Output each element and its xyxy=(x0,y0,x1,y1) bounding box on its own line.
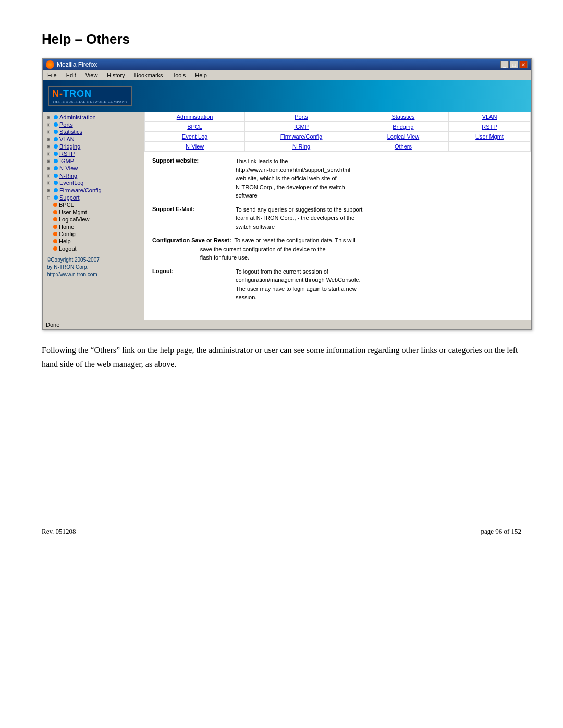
status-text: Done xyxy=(46,322,59,328)
nav-link-logicalview[interactable]: Logical View xyxy=(387,133,420,140)
nav-link-firmware[interactable]: Firmware/Config xyxy=(280,133,323,140)
help-desc-config: Configuration Save or Reset: To save or … xyxy=(152,236,523,262)
menu-view[interactable]: View xyxy=(84,71,100,79)
dot-icon-orange xyxy=(53,217,57,221)
dot-icon xyxy=(54,137,58,141)
sidebar-item-bridging[interactable]: ⊞ Bridging xyxy=(43,143,144,150)
nav-link-rstp[interactable]: RSTP xyxy=(482,124,497,130)
help-row-logout: Logout: To logout from the current sessi… xyxy=(152,267,523,302)
page-footer: Rev. 051208 page 96 of 152 xyxy=(42,527,521,536)
nav-link-nview[interactable]: N-View xyxy=(186,143,204,150)
menu-tools[interactable]: Tools xyxy=(171,71,188,79)
browser-window: Mozilla Firefox _ □ ✕ File Edit View His… xyxy=(42,58,532,330)
sidebar-item-usermgmt[interactable]: User Mgmt xyxy=(43,208,144,216)
sidebar-item-bpcl[interactable]: BPCL xyxy=(43,201,144,208)
sidebar-item-firmware[interactable]: ⊞ Firmware/Config xyxy=(43,187,144,194)
sidebar-item-rstp[interactable]: ⊞ RSTP xyxy=(43,150,144,157)
nav-link-bridging[interactable]: Bridging xyxy=(393,124,413,130)
sidebar-item-vlan[interactable]: ⊞ VLAN xyxy=(43,135,144,143)
nav-link-igmp[interactable]: IGMP xyxy=(294,124,309,130)
dot-icon-orange xyxy=(53,246,57,251)
ntron-header: N-TRON THE INDUSTRIAL NETWORK COMPANY xyxy=(43,80,531,112)
titlebar-left: Mozilla Firefox xyxy=(46,60,97,69)
dot-icon-orange xyxy=(53,232,57,236)
expand-icon: ⊞ xyxy=(47,181,52,186)
sidebar-item-statistics[interactable]: ⊞ Statistics xyxy=(43,128,144,135)
expand-icon: ⊞ xyxy=(47,115,52,120)
help-row-config: Configuration Save or Reset: To save or … xyxy=(152,236,523,262)
maximize-button[interactable]: □ xyxy=(510,61,518,68)
ntron-tagline: THE INDUSTRIAL NETWORK COMPANY xyxy=(52,100,128,104)
sidebar-label-bpcl: BPCL xyxy=(59,202,74,208)
dot-icon xyxy=(54,159,58,163)
nav-link-ports[interactable]: Ports xyxy=(295,114,308,120)
help-desc-support-website: This link leads to the http://www.n-tron… xyxy=(236,157,523,200)
sidebar-label-bridging: Bridging xyxy=(59,143,80,150)
browser-controls: _ □ ✕ xyxy=(500,61,528,68)
nav-links-table: Administration Ports Statistics VLAN BPC… xyxy=(144,112,531,152)
sidebar-copyright: ©Copyright 2005-2007by N-TRON Corp.http:… xyxy=(43,252,144,280)
sidebar-label-logicalview: LogicalView xyxy=(59,216,90,223)
menu-edit[interactable]: Edit xyxy=(65,71,78,79)
close-button[interactable]: ✕ xyxy=(519,61,528,68)
expand-icon: ⊞ xyxy=(47,159,52,164)
nav-link-others[interactable]: Others xyxy=(395,143,412,150)
menu-file[interactable]: File xyxy=(46,71,58,79)
sidebar-item-support[interactable]: ⊟ Support xyxy=(43,194,144,201)
minimize-button[interactable]: _ xyxy=(500,61,509,68)
sidebar-item-nview[interactable]: ⊞ N-View xyxy=(43,165,144,172)
nav-link-vlan[interactable]: VLAN xyxy=(482,114,497,120)
help-label-support-email: Support E-Mail: xyxy=(152,205,236,212)
dot-icon xyxy=(54,122,58,127)
menu-bookmarks[interactable]: Bookmarks xyxy=(133,71,165,79)
sidebar-item-igmp[interactable]: ⊞ IGMP xyxy=(43,157,144,165)
page-title: Help – Others xyxy=(42,31,521,47)
sidebar-item-logicalview[interactable]: LogicalView xyxy=(43,216,144,223)
main-content: Administration Ports Statistics VLAN BPC… xyxy=(144,112,531,320)
dot-icon xyxy=(54,152,58,156)
browser-menubar: File Edit View History Bookmarks Tools H… xyxy=(43,70,531,80)
nav-link-bpcl[interactable]: BPCL xyxy=(187,124,202,130)
sidebar-label-ports: Ports xyxy=(59,121,73,128)
sidebar-label-rstp: RSTP xyxy=(59,151,75,157)
nav-link-statistics[interactable]: Statistics xyxy=(391,114,414,120)
sidebar-item-eventlog[interactable]: ⊞ EventLog xyxy=(43,179,144,187)
expand-icon: ⊞ xyxy=(47,166,52,171)
sidebar-item-help[interactable]: Help xyxy=(43,238,144,245)
sidebar-item-home[interactable]: Home xyxy=(43,223,144,230)
expand-icon: ⊞ xyxy=(47,130,52,134)
browser-title: Mozilla Firefox xyxy=(57,61,97,68)
menu-help[interactable]: Help xyxy=(193,71,209,79)
expand-icon: ⊞ xyxy=(47,137,52,142)
dot-icon-orange xyxy=(53,239,57,243)
dot-icon xyxy=(54,115,58,119)
sidebar-label-administration: Administration xyxy=(59,114,96,120)
help-desc-logout: To logout from the current session of co… xyxy=(236,267,523,302)
sidebar-label-support: Support xyxy=(59,194,80,201)
help-label-support-website: Support website: xyxy=(152,157,236,164)
sidebar-item-nring[interactable]: ⊞ N-Ring xyxy=(43,172,144,179)
sidebar-label-nring: N-Ring xyxy=(59,172,77,179)
footer-rev: Rev. 051208 xyxy=(42,527,76,536)
menu-history[interactable]: History xyxy=(105,71,126,79)
sidebar-label-home: Home xyxy=(59,224,74,230)
dot-icon xyxy=(54,166,58,170)
expand-icon: ⊟ xyxy=(47,195,52,200)
help-label-logout: Logout: xyxy=(152,267,236,274)
help-content: Support website: This link leads to the … xyxy=(144,152,531,312)
nav-link-usermgmt[interactable]: User Mgmt xyxy=(475,133,504,140)
nav-link-nring[interactable]: N-Ring xyxy=(292,143,310,150)
sidebar-label-help: Help xyxy=(59,238,71,244)
dot-icon-orange xyxy=(53,203,57,207)
sidebar-item-ports[interactable]: ⊞ Ports xyxy=(43,121,144,128)
sidebar-item-config[interactable]: Config xyxy=(43,230,144,238)
sidebar-item-administration[interactable]: ⊞ Administration xyxy=(43,114,144,121)
sidebar-label-nview: N-View xyxy=(59,165,78,171)
expand-icon: ⊞ xyxy=(47,152,52,156)
sidebar-item-logout[interactable]: Logout xyxy=(43,245,144,252)
expand-icon: ⊞ xyxy=(47,174,52,178)
browser-content: ⊞ Administration ⊞ Ports ⊞ Statistics ⊞ … xyxy=(43,112,531,320)
nav-link-eventlog[interactable]: Event Log xyxy=(182,133,208,140)
nav-link-administration[interactable]: Administration xyxy=(177,114,213,120)
sidebar-label-vlan: VLAN xyxy=(59,136,75,142)
